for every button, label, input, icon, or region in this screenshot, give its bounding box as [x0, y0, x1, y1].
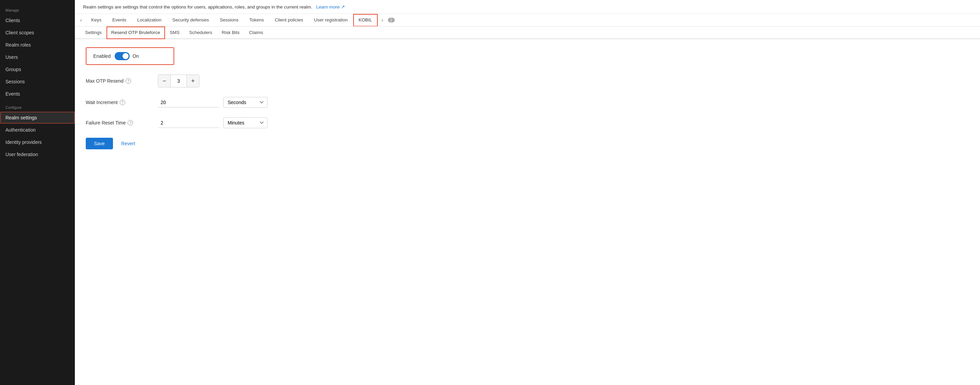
- sidebar: Manage Clients Client scopes Realm roles…: [0, 0, 75, 385]
- wait-increment-input[interactable]: [158, 98, 219, 108]
- tab-localization[interactable]: Localization: [132, 14, 167, 27]
- sidebar-item-events[interactable]: Events: [0, 88, 75, 100]
- info-bar: Realm settings are settings that control…: [75, 0, 980, 14]
- max-otp-resend-value: 3: [170, 75, 187, 87]
- wait-increment-row: Wait Increment ? Seconds Minutes Hours D…: [86, 97, 969, 108]
- configure-section-label: Configure: [0, 100, 75, 112]
- info-text: Realm settings are settings that control…: [83, 5, 312, 10]
- tabs-row1: ‹ Keys Events Localization Security defe…: [75, 14, 980, 27]
- max-otp-resend-row: Max OTP Resend ? − 3 +: [86, 74, 969, 87]
- max-otp-resend-help-icon[interactable]: ?: [126, 78, 131, 84]
- external-link-icon: ↗: [341, 5, 345, 10]
- tab-keys[interactable]: Keys: [86, 14, 107, 27]
- sidebar-item-identity-providers[interactable]: Identity providers: [0, 136, 75, 148]
- wait-increment-label: Wait Increment ?: [86, 100, 154, 105]
- manage-section-label: Manage: [0, 3, 75, 14]
- tab-resend-otp-bruteforce[interactable]: Resend OTP Bruteforce: [107, 27, 165, 39]
- sidebar-item-clients[interactable]: Clients: [0, 14, 75, 27]
- tab-sessions[interactable]: Sessions: [215, 14, 244, 27]
- enabled-label: Enabled: [93, 53, 111, 59]
- wait-increment-help-icon[interactable]: ?: [120, 100, 125, 105]
- form-buttons: Save Revert: [86, 138, 969, 149]
- tab-user-registration[interactable]: User registration: [309, 14, 353, 27]
- tab-tokens[interactable]: Tokens: [244, 14, 269, 27]
- sidebar-item-users[interactable]: Users: [0, 51, 75, 63]
- tab-settings[interactable]: Settings: [80, 27, 107, 39]
- tab-client-policies[interactable]: Client policies: [269, 14, 308, 27]
- failure-reset-time-input[interactable]: [158, 118, 219, 128]
- enabled-box: Enabled On: [86, 47, 174, 65]
- max-otp-resend-increment[interactable]: +: [187, 75, 199, 87]
- revert-button[interactable]: Revert: [116, 138, 140, 149]
- main-content: Realm settings are settings that control…: [75, 0, 980, 385]
- wait-increment-unit-select[interactable]: Seconds Minutes Hours Days: [223, 97, 267, 108]
- save-button[interactable]: Save: [86, 138, 113, 149]
- max-otp-resend-stepper: − 3 +: [158, 74, 199, 87]
- enabled-toggle[interactable]: [115, 52, 130, 60]
- content-area: Enabled On Max OTP Resend ? − 3 +: [75, 39, 980, 385]
- toggle-knob: [123, 53, 129, 59]
- tabs-more-badge: 2: [388, 18, 395, 22]
- tabs-row2: Settings Resend OTP Bruteforce SMS Sched…: [75, 27, 980, 39]
- failure-reset-time-label: Failure Reset Time ?: [86, 120, 154, 125]
- tab-security-defenses[interactable]: Security defenses: [167, 14, 215, 27]
- failure-reset-time-unit-select[interactable]: Seconds Minutes Hours Days: [223, 117, 267, 128]
- tab-risk-bits[interactable]: Risk Bits: [217, 27, 244, 39]
- sidebar-item-realm-roles[interactable]: Realm roles: [0, 39, 75, 51]
- max-otp-resend-label: Max OTP Resend ?: [86, 78, 154, 84]
- sidebar-item-groups[interactable]: Groups: [0, 63, 75, 76]
- tab-sms[interactable]: SMS: [165, 27, 185, 39]
- sidebar-item-sessions[interactable]: Sessions: [0, 76, 75, 88]
- tab-schedulers[interactable]: Schedulers: [185, 27, 217, 39]
- enabled-toggle-container: On: [115, 52, 139, 60]
- sidebar-item-authentication[interactable]: Authentication: [0, 124, 75, 136]
- enabled-row: Enabled On: [86, 47, 969, 65]
- failure-reset-time-row: Failure Reset Time ? Seconds Minutes Hou…: [86, 117, 969, 128]
- tab-events[interactable]: Events: [107, 14, 132, 27]
- sidebar-item-realm-settings[interactable]: Realm settings: [0, 112, 75, 124]
- tab-kobil[interactable]: KOBIL: [353, 14, 378, 27]
- tabs-back-arrow[interactable]: ‹: [76, 14, 86, 26]
- max-otp-resend-decrement[interactable]: −: [158, 75, 170, 87]
- failure-reset-time-help-icon[interactable]: ?: [127, 120, 133, 125]
- tabs-forward-arrow[interactable]: ›: [378, 14, 387, 26]
- toggle-on-text: On: [132, 53, 139, 59]
- learn-more-link[interactable]: Learn more ↗: [316, 5, 345, 10]
- tab-claims[interactable]: Claims: [244, 27, 268, 39]
- sidebar-item-user-federation[interactable]: User federation: [0, 148, 75, 160]
- sidebar-item-client-scopes[interactable]: Client scopes: [0, 27, 75, 39]
